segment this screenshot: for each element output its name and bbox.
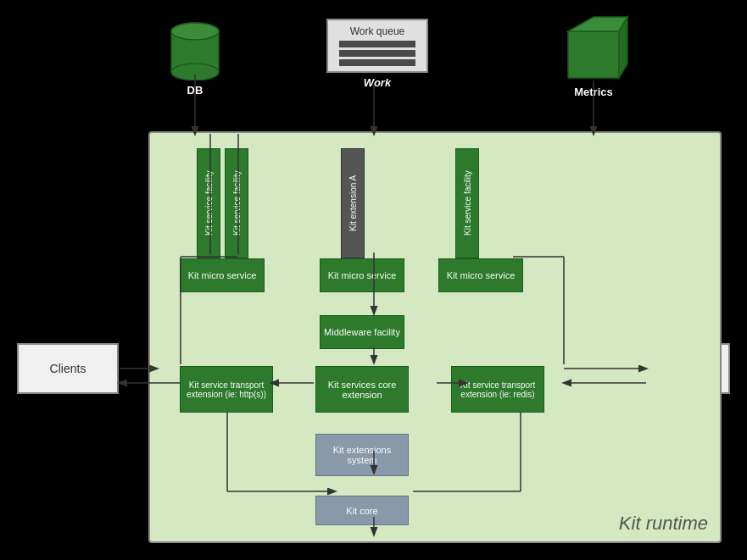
work-label: Work xyxy=(364,76,391,89)
middleware-box: Middleware facility xyxy=(320,315,404,349)
db-label: DB xyxy=(187,84,203,97)
left-clients-label: Clients xyxy=(50,362,86,375)
service-facility-label-2: Kit service facility xyxy=(232,171,242,236)
kit-core-box: Kit core xyxy=(315,496,409,525)
work-queue-lines xyxy=(339,41,415,66)
extension-a-bar: Kit extension A xyxy=(341,148,365,258)
svg-point-5 xyxy=(171,23,219,40)
db-icon-group: DB xyxy=(170,21,220,97)
kit-ext-sys-box: Kit extensions system xyxy=(315,434,409,476)
wq-line-2 xyxy=(339,50,415,57)
service-facility-label-3: Kit service facility xyxy=(463,171,472,236)
wq-line-3 xyxy=(339,59,415,66)
left-clients-box: Clients xyxy=(17,343,119,394)
extension-a-label: Kit extension A xyxy=(348,175,358,231)
metrics-group: Metrics xyxy=(555,10,632,98)
svg-marker-6 xyxy=(568,31,619,78)
work-queue-group: Work queue Work xyxy=(326,19,428,89)
work-queue-title: Work queue xyxy=(350,25,404,37)
service-facility-label-1: Kit service facility xyxy=(204,171,214,236)
svg-point-4 xyxy=(171,64,219,80)
metrics-label: Metrics xyxy=(574,86,613,98)
db-cylinder-icon xyxy=(170,21,220,80)
runtime-container: Kit service facility Kit service facilit… xyxy=(148,131,722,543)
svg-marker-7 xyxy=(568,17,627,31)
kit-micro-2: Kit micro service xyxy=(320,258,404,292)
service-facility-bar-3: Kit service facility xyxy=(455,148,479,258)
wq-line-1 xyxy=(339,41,415,47)
kit-micro-1: Kit micro service xyxy=(180,258,265,292)
runtime-label: Kit runtime xyxy=(619,513,708,535)
kit-micro-3: Kit micro service xyxy=(438,258,523,292)
transport-ext-http: Kit service transport extension (ie: htt… xyxy=(180,366,273,413)
work-queue-box: Work queue xyxy=(326,19,428,73)
metrics-cube-icon xyxy=(555,10,632,82)
transport-ext-redis: Kit service transport extension (ie: red… xyxy=(451,366,544,413)
service-facility-bar-2: Kit service facility xyxy=(225,148,248,258)
service-facility-bar-1: Kit service facility xyxy=(197,148,220,258)
core-ext-box: Kit services core extension xyxy=(315,366,409,413)
